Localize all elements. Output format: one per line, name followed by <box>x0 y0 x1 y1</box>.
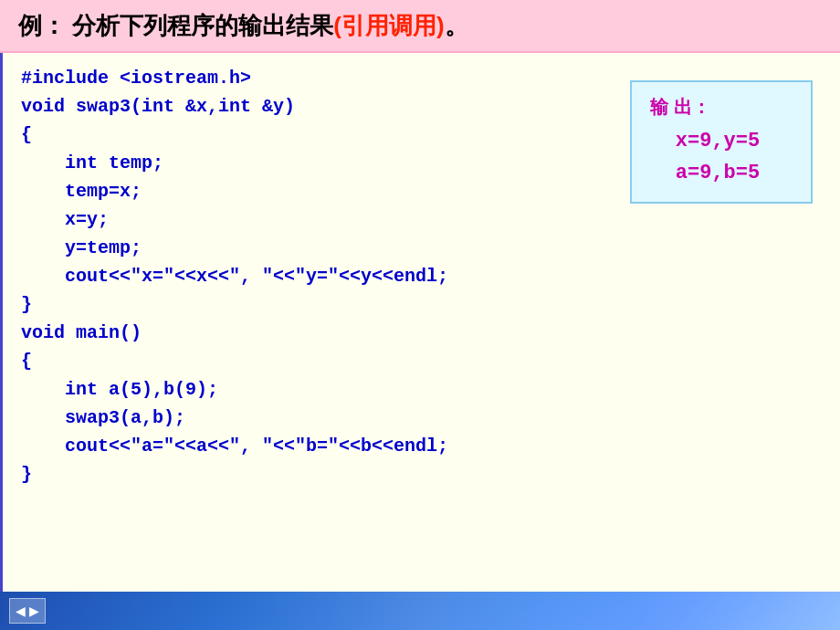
code-line-12: int a(5),b(9); <box>21 375 822 404</box>
title-highlight: (引用调用) <box>333 12 444 39</box>
slide-container: 例： 分析下列程序的输出结果(引用调用)。 #include <iostream… <box>0 0 840 630</box>
output-line1: x=9,y=5 <box>650 125 785 157</box>
main-content: #include <iostream.h> void swap3(int &x,… <box>0 53 840 592</box>
title-bar: 例： 分析下列程序的输出结果(引用调用)。 <box>0 0 840 53</box>
output-box: 输 出： x=9,y=5 a=9,b=5 <box>630 80 813 204</box>
code-line-10: void main() <box>21 319 822 347</box>
title-prefix: 例： 分析下列程序的输出结果 <box>18 12 333 39</box>
bottom-bar: ◀ ▶ <box>0 592 840 630</box>
title-text: 例： 分析下列程序的输出结果(引用调用)。 <box>18 10 468 42</box>
output-line2: a=9,b=5 <box>650 157 785 189</box>
code-line-15: } <box>21 460 822 488</box>
wave-overlay <box>0 592 840 630</box>
nav-button[interactable]: ◀ ▶ <box>9 598 46 624</box>
code-line-13: swap3(a,b); <box>21 404 822 432</box>
title-suffix: 。 <box>445 12 468 39</box>
output-value-1: x=9,y=5 a=9,b=5 <box>650 125 785 189</box>
nav-icon: ◀ ▶ <box>16 604 39 618</box>
code-line-14: cout<<"a="<<a<<", "<<"b="<<b<<endl; <box>21 432 822 460</box>
code-line-8: cout<<"x="<<x<<", "<<"y="<<y<<endl; <box>21 262 822 290</box>
code-line-6: x=y; <box>21 205 822 234</box>
code-line-11: { <box>21 347 822 375</box>
code-line-7: y=temp; <box>21 234 822 262</box>
output-label: 输 出： <box>650 95 785 120</box>
code-line-9: } <box>21 290 822 319</box>
